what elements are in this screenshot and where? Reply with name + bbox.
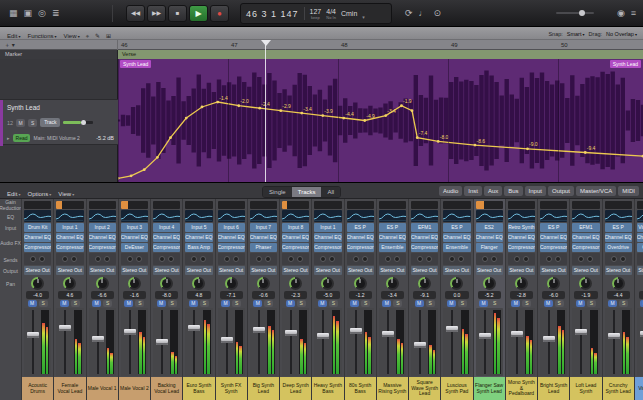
send-knob[interactable] [523, 256, 529, 262]
output-slot[interactable]: Stereo Out [508, 266, 535, 275]
input-slot[interactable]: Input 6 [218, 223, 245, 232]
channel-strip[interactable]: Input 2 Channel EQ Compressor Stereo Out… [87, 199, 119, 400]
track-name-label[interactable]: Luscious Synth Pad [441, 377, 472, 400]
pan-knob[interactable] [579, 277, 592, 290]
mute-button[interactable]: M [28, 300, 37, 307]
mute-button[interactable]: M [92, 300, 101, 307]
send-knob[interactable] [426, 256, 432, 262]
output-slot[interactable]: Stereo Out [476, 266, 503, 275]
mixer-menu-edit[interactable]: Edit [7, 191, 20, 197]
input-slot[interactable]: ES P [443, 223, 470, 232]
mixer-menu-view[interactable]: View [58, 191, 74, 197]
audio-fx-slot-2[interactable]: Compressor [508, 243, 535, 252]
solo-button[interactable]: S [587, 300, 596, 307]
sends-area[interactable] [637, 253, 643, 265]
stop-button[interactable]: ■ [168, 5, 187, 22]
sends-area[interactable] [476, 253, 503, 265]
volume-readout[interactable]: -4.0 [26, 291, 49, 299]
pan-knob[interactable] [225, 277, 238, 290]
audio-fx-slot-2[interactable]: Ensemble [379, 243, 406, 252]
output-slot[interactable]: Stereo Out [185, 266, 212, 275]
eq-thumbnail[interactable] [572, 210, 599, 222]
metronome-icon[interactable]: ♩ [419, 0, 428, 27]
eq-thumbnail[interactable] [218, 210, 245, 222]
send-knob[interactable] [297, 256, 303, 262]
solo-button[interactable]: S [168, 300, 177, 307]
sends-area[interactable] [572, 253, 599, 265]
sends-area[interactable] [218, 253, 245, 265]
send-knob[interactable] [329, 256, 335, 262]
automation-mode-button[interactable]: Read [13, 134, 31, 142]
channel-fader[interactable] [637, 308, 643, 376]
fader-cap[interactable] [575, 329, 587, 335]
track-name-label[interactable]: 80s Synth Bass [345, 377, 376, 400]
send-knob[interactable] [168, 256, 174, 262]
eq-thumbnail[interactable] [637, 210, 643, 222]
eq-thumbnail[interactable] [24, 210, 51, 222]
channel-fader[interactable] [282, 308, 309, 376]
marker-track-label[interactable]: Marker [0, 50, 118, 59]
send-knob[interactable] [191, 256, 197, 262]
audio-fx-slot-1[interactable]: Channel EQ [314, 233, 341, 242]
fader-cap[interactable] [511, 331, 523, 337]
synth-lead-track-header[interactable]: Synth Lead 12 M S Track ▸ Read Main: MID… [0, 99, 118, 145]
channel-strip[interactable]: ES P Channel EQ Ensemble Stereo Out -3.4… [377, 199, 409, 400]
volume-readout[interactable]: -5.0 [316, 291, 339, 299]
pan-knob[interactable] [192, 277, 205, 290]
volume-readout[interactable]: -1.2 [349, 291, 372, 299]
fader-cap[interactable] [285, 330, 297, 336]
sends-area[interactable] [282, 253, 309, 265]
track-name-label[interactable]: Synth FX Synth [216, 377, 247, 400]
audio-fx-slot-2[interactable]: Compressor [540, 243, 567, 252]
eq-thumbnail[interactable] [476, 210, 503, 222]
track-name-label[interactable]: Massive Rising Synth [377, 377, 408, 400]
fader-cap[interactable] [221, 337, 233, 343]
track-alternatives-button[interactable]: Track [40, 118, 60, 127]
pan-knob[interactable] [128, 277, 141, 290]
eq-thumbnail[interactable] [314, 210, 341, 222]
mixer-icon[interactable]: ≣ [52, 0, 60, 27]
mute-button[interactable]: M [157, 300, 166, 307]
solo-button[interactable]: S [297, 300, 306, 307]
synth-lead-region[interactable]: -1.4-2.0-2.4-2.9-3.4-3.9-4.4-4.9-3.4-1.9… [118, 59, 643, 182]
playhead-marker[interactable] [261, 40, 271, 46]
track-name-label[interactable]: Deep Synth Lead [280, 377, 311, 400]
track-name-label[interactable]: Euro Synth Bass [183, 377, 214, 400]
channel-fader[interactable] [540, 308, 567, 376]
sends-area[interactable] [508, 253, 535, 265]
channel-fader[interactable] [508, 308, 535, 376]
mute-button[interactable]: M [350, 300, 359, 307]
eq-thumbnail[interactable] [508, 210, 535, 222]
filter-input[interactable]: Input [525, 186, 546, 196]
mute-button[interactable]: M [189, 300, 198, 307]
input-slot[interactable]: ES P [347, 223, 374, 232]
audio-fx-slot-1[interactable]: Channel EQ [508, 233, 535, 242]
fader-cap[interactable] [479, 333, 491, 339]
solo-button[interactable]: S [619, 300, 628, 307]
fader-cap[interactable] [317, 333, 329, 339]
cycle-icon[interactable]: ⟳ [405, 0, 413, 27]
drag-menu[interactable]: No Overlap [606, 31, 637, 37]
audio-fx-slot-1[interactable]: Channel EQ [218, 233, 245, 242]
solo-button[interactable]: S [522, 300, 531, 307]
send-knob[interactable] [95, 256, 101, 262]
master-volume-slider[interactable] [556, 12, 594, 14]
audio-fx-slot-1[interactable]: Channel EQ [605, 233, 632, 242]
channel-fader[interactable] [89, 308, 116, 376]
output-slot[interactable]: Stereo Out [379, 266, 406, 275]
audio-fx-slot-2[interactable]: Overdrive [605, 243, 632, 252]
pan-knob[interactable] [483, 277, 496, 290]
channel-strip[interactable]: ES2 Channel EQ Flanger Stereo Out -5.2 M… [474, 199, 506, 400]
send-knob[interactable] [233, 256, 239, 262]
send-knob[interactable] [39, 256, 45, 262]
send-knob[interactable] [491, 256, 497, 262]
output-slot[interactable]: Stereo Out [443, 266, 470, 275]
channel-strip[interactable]: Vintage B3 Channel EQ Chorus Stereo Out … [635, 199, 643, 400]
output-slot[interactable]: Stereo Out [250, 266, 277, 275]
mute-button[interactable]: M [221, 300, 230, 307]
filter-midi[interactable]: MIDI [618, 186, 639, 196]
solo-button[interactable]: S [458, 300, 467, 307]
pan-knob[interactable] [354, 277, 367, 290]
playhead[interactable] [265, 40, 266, 182]
mute-button[interactable]: M [447, 300, 456, 307]
